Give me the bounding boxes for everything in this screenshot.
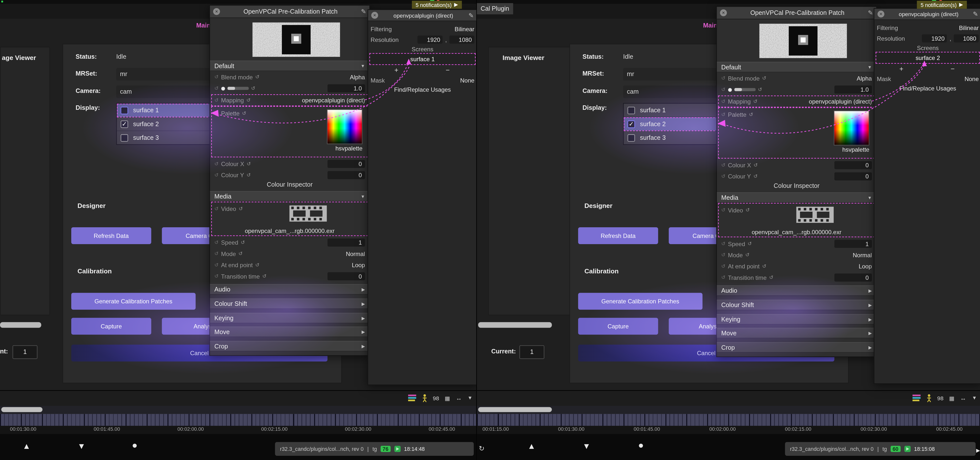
play-down-button[interactable] [77,441,85,451]
colour-x-field[interactable]: 0 [328,160,365,168]
history-icon[interactable] [262,273,266,279]
layers-icon[interactable] [912,395,920,401]
precal-patch-titlebar[interactable]: OpenVPCal Pre-Calibration Patch [210,6,369,18]
blend-mode-row[interactable]: Blend mode Alpha [719,73,874,84]
surface-3-checkbox[interactable] [627,134,635,141]
horizontal-scrollbar[interactable] [478,322,552,328]
edit-icon[interactable] [868,10,873,16]
mode-value[interactable]: Normal [853,252,872,259]
timeline-scroll-track[interactable] [0,406,476,414]
generate-patches-button[interactable]: Generate Calibration Patches [578,293,702,309]
close-icon[interactable] [720,10,727,16]
remove-screen-button[interactable]: − [445,66,450,74]
section-crop[interactable]: Crop [210,341,369,351]
transition-time-field[interactable]: 0 [328,272,365,280]
refresh-data-button[interactable]: Refresh Data [71,227,151,244]
colour-y-row[interactable]: Colour Y 0 [719,171,874,182]
blend-mode-value[interactable]: Alpha [857,75,872,82]
opacity-value-field[interactable]: 1.0 [328,84,365,92]
transition-time-row[interactable]: Transition time 0 [719,272,874,283]
history-icon[interactable] [758,87,762,92]
at-end-point-row[interactable]: At end point Loop [212,260,368,270]
colour-y-row[interactable]: Colour Y 0 [212,170,368,181]
current-frame-field[interactable]: 1 [519,345,544,359]
video-block[interactable]: Video openvpcal_cam_...rgb.000000.exr [719,203,874,237]
mapping-row[interactable]: Mapping openvpcalplugin (direct) [212,95,368,106]
notification-bar[interactable]: 5 notification(s) [412,1,462,9]
loop-icon[interactable] [479,445,485,453]
history-icon[interactable] [241,240,245,245]
resize-icon[interactable] [456,395,462,401]
edit-icon[interactable] [468,12,474,19]
mapping-value[interactable]: openvpcalplugin (direct) [809,98,872,105]
speed-field[interactable]: 1 [834,240,872,248]
filtering-value[interactable]: Bilinear [455,25,474,32]
capture-button[interactable]: Capture [578,318,658,335]
hsv-palette-swatch[interactable] [834,111,870,146]
colour-inspector-link[interactable]: Colour Inspector [210,181,369,188]
mask-value[interactable]: None [460,76,474,84]
history-icon[interactable] [762,263,766,269]
mapping-value[interactable]: openvpcalplugin (direct) [302,97,365,104]
surface-row-2[interactable]: surface 2 [117,117,211,131]
grid-icon[interactable] [949,395,954,401]
speed-field[interactable]: 1 [328,238,365,247]
history-icon[interactable] [769,274,773,280]
colour-inspector-link[interactable]: Colour Inspector [717,182,876,189]
surface-1-checkbox[interactable] [121,106,128,114]
history-icon[interactable] [762,76,766,81]
mask-value[interactable]: None [965,75,979,82]
find-replace-usages-link[interactable]: Find/Replace Usages [368,86,476,93]
history-icon[interactable] [754,162,758,168]
surface-row-2[interactable]: surface 2 [624,117,718,131]
hsv-palette-swatch[interactable] [327,109,363,144]
surface-row-3[interactable]: surface 3 [624,131,718,145]
section-keying[interactable]: Keying [717,314,876,325]
layers-icon[interactable] [408,395,416,401]
precal-patch-titlebar[interactable]: OpenVPCal Pre-Calibration Patch [717,7,876,19]
resolution-height-field[interactable]: 1080 [954,34,979,42]
history-icon[interactable] [753,98,757,104]
play-down-button[interactable] [582,441,590,451]
close-icon[interactable] [371,12,378,19]
history-icon[interactable] [247,161,251,167]
history-icon[interactable] [251,86,255,91]
section-media[interactable]: Media [210,191,369,202]
filtering-row[interactable]: Filtering Bilinear [371,24,474,34]
resolution-row[interactable]: Resolution 1920 , 1080 [371,35,474,44]
add-screen-button[interactable]: + [395,66,398,74]
collapse-icon[interactable] [972,395,977,401]
timeline-scroll-thumb[interactable] [478,407,552,412]
palette-block[interactable]: Palette hsvpalette [719,108,874,158]
surface-row-1[interactable]: surface 1 [624,104,718,117]
history-icon[interactable] [239,206,243,212]
section-colour-shift[interactable]: Colour Shift [717,300,876,310]
palette-block[interactable]: Palette hsvpalette [212,107,368,157]
play-up-button[interactable] [22,441,30,451]
section-colour-shift[interactable]: Colour Shift [210,298,369,309]
blend-mode-value[interactable]: Alpha [350,74,365,81]
patch-preview-thumbnail[interactable] [253,22,340,57]
notification-bar[interactable]: 5 notification(s) [917,1,967,9]
current-frame-field[interactable]: 1 [13,345,37,359]
colour-y-field[interactable]: 0 [328,171,365,179]
section-keying[interactable]: Keying [210,313,369,324]
history-icon[interactable] [247,97,251,103]
resolution-width-field[interactable]: 1920 [418,35,443,43]
at-end-point-value[interactable]: Loop [352,262,365,269]
resolution-height-field[interactable]: 1080 [449,35,474,43]
speed-row[interactable]: Speed 1 [212,237,368,248]
section-audio[interactable]: Audio [717,285,876,296]
history-icon[interactable] [745,252,749,258]
person-icon[interactable] [926,394,932,402]
patch-preview-thumbnail[interactable] [759,24,847,58]
history-icon[interactable] [255,262,259,268]
surface-2-checkbox[interactable] [627,120,635,128]
filmstrip-icon[interactable] [796,207,834,223]
resolution-row[interactable]: Resolution 1920 , 1080 [877,33,979,43]
plugin-titlebar[interactable]: openvpcalplugin (direct) [368,10,476,21]
history-icon[interactable] [754,173,758,179]
section-move[interactable]: Move [210,327,369,337]
capture-button[interactable]: Capture [71,318,151,335]
plugin-titlebar[interactable]: openvpcalplugin (direct) [874,9,980,20]
